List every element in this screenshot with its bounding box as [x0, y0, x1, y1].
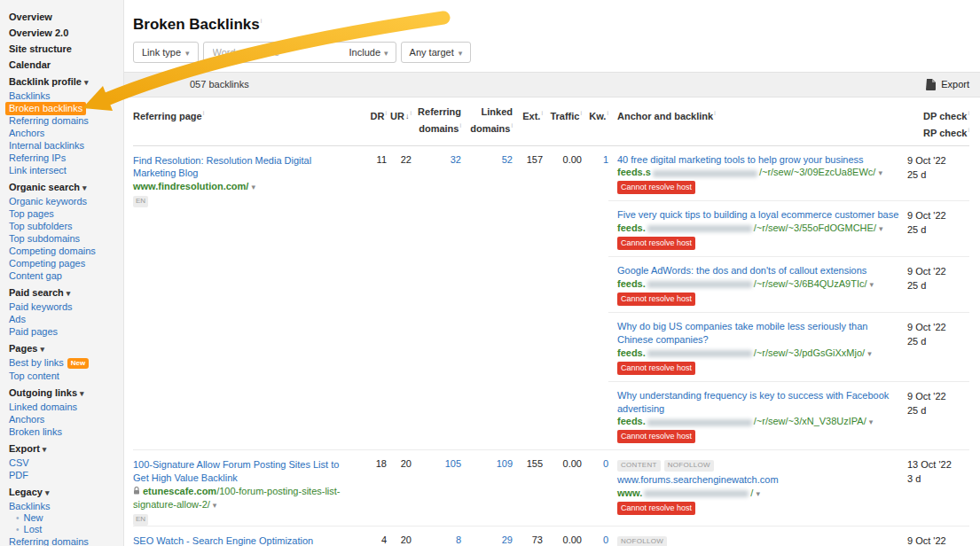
- anchor-line: Why understanding frequency is key to su…: [617, 389, 900, 416]
- sidebar-item-csv[interactable]: CSV: [9, 457, 120, 468]
- col-referring-page[interactable]: Referring page: [133, 105, 360, 139]
- kw-value[interactable]: 1: [582, 146, 608, 450]
- chevron-down-icon[interactable]: [753, 488, 760, 498]
- lock-icon: [133, 487, 140, 495]
- sidebar-item-organic-search[interactable]: Organic search: [9, 182, 120, 193]
- ld-value[interactable]: 52: [461, 146, 513, 450]
- sidebar-item-linked-domains[interactable]: Linked domains: [9, 402, 120, 412]
- anchor-link[interactable]: Five very quick tips to building a loyal…: [617, 209, 898, 220]
- sidebar-item-competing-domains[interactable]: Competing domains: [9, 246, 120, 256]
- chevron-down-icon[interactable]: [867, 278, 874, 289]
- sidebar-item-referring-domains[interactable]: Referring domains: [9, 536, 120, 546]
- sidebar-item-organic-keywords[interactable]: Organic keywords: [9, 196, 120, 207]
- chevron-down-icon[interactable]: [875, 167, 882, 177]
- link-type-filter[interactable]: Link type: [133, 42, 199, 63]
- check-dates: 9 Oct '2225 d: [907, 264, 969, 306]
- include-dropdown[interactable]: Include: [349, 47, 388, 58]
- col-traffic[interactable]: Traffic: [543, 105, 582, 139]
- sidebar-item-backlinks[interactable]: Backlinks: [9, 501, 120, 511]
- chevron-down-icon: [77, 387, 84, 398]
- sidebar-item-competing-pages[interactable]: Competing pages: [9, 258, 120, 269]
- sidebar: OverviewOverview 2.0Site structureCalend…: [0, 0, 124, 546]
- sidebar-item-referring-domains[interactable]: Referring domains: [9, 115, 120, 126]
- sidebar-item-top-content[interactable]: Top content: [9, 370, 120, 381]
- chevron-down-icon[interactable]: [876, 222, 883, 233]
- sidebar-item-paid-pages[interactable]: Paid pages: [9, 326, 120, 337]
- sidebar-item-paid-search[interactable]: Paid search: [9, 287, 120, 299]
- sidebar-item-anchors[interactable]: Anchors: [9, 414, 120, 425]
- sidebar-item-internal-backlinks[interactable]: Internal backlinks: [9, 140, 120, 151]
- table-body: Find Resolution: Resolution Media Digita…: [133, 146, 969, 546]
- col-dp-rp-check[interactable]: DP checkRP check: [907, 105, 969, 139]
- col-dr[interactable]: DR: [360, 105, 387, 139]
- sidebar-item-link-intersect[interactable]: Link intersect: [9, 165, 120, 176]
- sidebar-item-calendar[interactable]: Calendar: [9, 59, 120, 70]
- check-dates: 9 Oct '2225 d: [907, 320, 969, 375]
- sidebar-item-site-structure[interactable]: Site structure: [9, 43, 120, 54]
- referring-page-link[interactable]: SEO Watch - Search Engine Optimization: [133, 535, 313, 546]
- url-domain: feeds.: [617, 416, 646, 426]
- sidebar-item-top-subfolders[interactable]: Top subfolders: [9, 221, 120, 231]
- sidebar-item-content-gap[interactable]: Content gap: [9, 270, 120, 281]
- col-kw[interactable]: Kw.: [582, 105, 608, 139]
- sidebar-item-lost[interactable]: Lost: [16, 525, 120, 534]
- col-ext[interactable]: Ext.: [513, 105, 543, 139]
- anchor-link[interactable]: Why do big US companies take mobile less…: [617, 321, 867, 345]
- table-row-group: Find Resolution: Resolution Media Digita…: [133, 146, 969, 451]
- rd-value[interactable]: 32: [412, 146, 461, 450]
- url-domain: feeds.: [617, 347, 646, 358]
- sidebar-item-top-subdomains[interactable]: Top subdomains: [9, 233, 120, 244]
- any-target-filter[interactable]: Any target: [401, 42, 472, 63]
- url-domain: feeds.: [617, 278, 646, 289]
- sidebar-item-ads[interactable]: Ads: [9, 314, 120, 324]
- sidebar-item-outgoing-links[interactable]: Outgoing links: [9, 387, 120, 399]
- chevron-down-icon[interactable]: [210, 499, 217, 510]
- sidebar-item-overview[interactable]: Overview: [9, 12, 120, 22]
- chevron-down-icon[interactable]: [865, 347, 872, 358]
- referring-page-link[interactable]: 100-Signature Allow Forum Posting Sites …: [133, 459, 339, 483]
- table-row-group: SEO Watch - Search Engine Optimizationse…: [133, 526, 969, 546]
- sidebar-item-legacy[interactable]: Legacy: [9, 487, 120, 498]
- error-row: Cannot resolve host: [617, 235, 900, 250]
- kw-value[interactable]: 0: [582, 450, 608, 525]
- ext-value: 73: [513, 526, 543, 546]
- ld-value[interactable]: 109: [461, 450, 513, 525]
- sidebar-item-backlinks[interactable]: Backlinks: [9, 90, 120, 101]
- sidebar-item-paid-keywords[interactable]: Paid keywords: [9, 301, 120, 312]
- chevron-down-icon[interactable]: [248, 181, 255, 191]
- anchor-link[interactable]: 40 free digital marketing tools to help …: [617, 154, 864, 165]
- sidebar-item-backlink-profile[interactable]: Backlink profile: [9, 76, 120, 88]
- chevron-down-icon[interactable]: [866, 416, 874, 426]
- referring-page-link[interactable]: Find Resolution: Resolution Media Digita…: [133, 155, 311, 179]
- sidebar-item-broken-backlinks[interactable]: Broken backlinks: [9, 103, 120, 113]
- export-button[interactable]: Export: [926, 79, 969, 90]
- rd-value[interactable]: 8: [412, 526, 461, 546]
- col-ur[interactable]: UR: [387, 105, 412, 139]
- sidebar-item-top-pages[interactable]: Top pages: [9, 208, 120, 219]
- rp-check-age: 25 d: [907, 335, 969, 349]
- sidebar-item-anchors[interactable]: Anchors: [9, 128, 120, 138]
- sidebar-item-referring-ips[interactable]: Referring IPs: [9, 152, 120, 163]
- sidebar-item-best-by-links[interactable]: Best by linksNew: [9, 357, 120, 369]
- sidebar-item-label: CSV: [9, 457, 29, 468]
- sidebar-item-export[interactable]: Export: [9, 443, 120, 455]
- search-input[interactable]: [211, 46, 349, 58]
- sidebar-item-label: Overview: [9, 12, 52, 22]
- dr-value: 18: [360, 450, 387, 525]
- col-referring-domains[interactable]: Referringdomains: [412, 105, 461, 139]
- kw-value[interactable]: 0: [582, 526, 608, 546]
- rd-value[interactable]: 105: [412, 450, 461, 525]
- sidebar-item-overview-2-0[interactable]: Overview 2.0: [9, 27, 120, 38]
- sidebar-item-broken-links[interactable]: Broken links: [9, 426, 120, 437]
- anchor-link[interactable]: Google AdWords: the dos and don'ts of ca…: [617, 265, 866, 276]
- col-anchor-backlink[interactable]: Anchor and backlink: [608, 105, 907, 139]
- anchor-link[interactable]: www.forums.searchenginewatch.com: [617, 474, 779, 485]
- sidebar-item-pdf[interactable]: PDF: [9, 470, 120, 480]
- link-type-badge: NOFOLLOW: [617, 536, 667, 546]
- col-linked-domains[interactable]: Linkeddomains: [461, 105, 513, 139]
- ld-value[interactable]: 29: [461, 526, 513, 546]
- word-phrase-search[interactable]: Include: [203, 42, 396, 63]
- anchor-link[interactable]: Why understanding frequency is key to su…: [617, 390, 889, 414]
- sidebar-item-pages[interactable]: Pages: [9, 343, 120, 355]
- sidebar-item-new[interactable]: New: [16, 513, 120, 523]
